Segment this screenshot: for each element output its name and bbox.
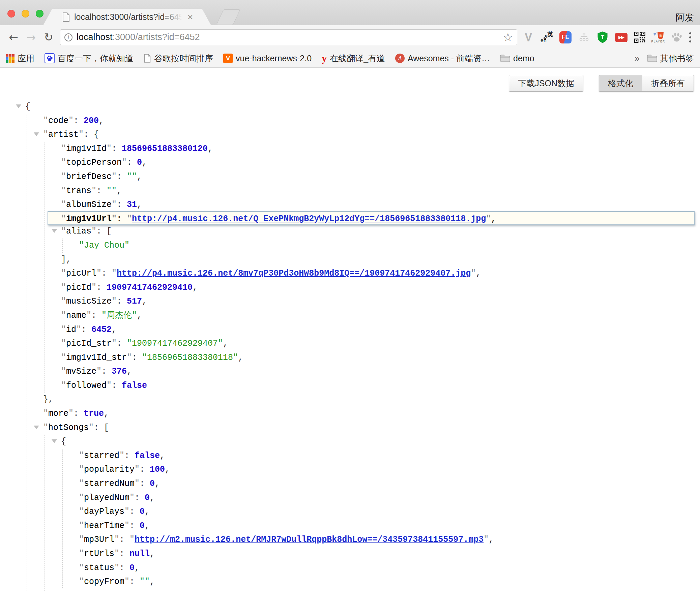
translate-extension-button[interactable]: 英en⇄: [541, 31, 553, 44]
back-button[interactable]: ←: [5, 32, 22, 43]
video-speed-icon: ▶▶: [615, 33, 628, 42]
collapse-all-button[interactable]: 折叠所有: [642, 75, 694, 92]
json-tree: {"code": 200,"artist": {"img1v1Id": 1856…: [0, 100, 700, 591]
json-line: "mp3Url": "http://m2.music.126.net/RMJR7…: [79, 533, 695, 547]
bookmark-star-icon[interactable]: ☆: [503, 31, 513, 44]
paw-extension-button[interactable]: [670, 31, 683, 44]
tampermonkey-icon: T: [597, 31, 608, 43]
bookmarks-bar: 应用百度一下，你就知道谷歌按时间排序Vvue-hackernews-2.0y在线…: [0, 49, 700, 68]
json-line: "id": 6452,: [61, 323, 695, 337]
json-block: "img1v1Id": 18569651883380120,"topicPers…: [45, 142, 695, 393]
json-line: "popularity": 100,: [79, 463, 695, 477]
json-line: "name": "周杰伦",: [61, 309, 695, 323]
json-line: {: [25, 100, 695, 114]
tab-title-fade: [162, 12, 185, 22]
tab-title-wrap: localhost:3000/artists?id=6452: [74, 12, 185, 22]
json-line: {: [61, 435, 695, 449]
json-block: {"starred": false,"popularity": 100,"sta…: [45, 435, 695, 591]
url-path: :3000/artists?id=6452: [113, 32, 200, 42]
bookmark-item-3[interactable]: 谷歌按时间排序: [144, 53, 213, 64]
json-line: "dayPlays": 0,: [79, 505, 695, 519]
bookmark-item-7[interactable]: demo: [500, 54, 534, 63]
browser-profile-name[interactable]: 阿发: [676, 11, 694, 24]
collapse-toggle-icon[interactable]: [34, 132, 39, 136]
close-window-button[interactable]: [7, 10, 15, 18]
download-json-button[interactable]: 下载JSON数据: [509, 75, 583, 92]
vue-devtools-extension-button[interactable]: V: [522, 31, 535, 44]
folder-icon: [500, 54, 510, 62]
bookmark-item-1[interactable]: 应用: [6, 53, 34, 64]
bookmark-label: 谷歌按时间排序: [154, 53, 213, 64]
window-title-bar: localhost:3000/artists?id=6452 × 阿发: [0, 0, 700, 25]
fullscreen-window-button[interactable]: [36, 10, 43, 18]
view-toggle-group: 格式化 折叠所有: [599, 75, 694, 92]
json-line: "img1v1Id_str": "18569651883380118",: [61, 351, 695, 365]
collapse-toggle-icon[interactable]: [16, 104, 21, 108]
bookmarks-overflow-icon[interactable]: »: [634, 53, 640, 64]
json-line: "mvSize": 376,: [61, 365, 695, 379]
collapse-toggle-icon[interactable]: [52, 439, 57, 443]
collapse-toggle-icon[interactable]: [52, 229, 57, 233]
bookmark-other-folder[interactable]: 其他书签: [647, 53, 694, 64]
baidu-paw-icon: [45, 53, 55, 63]
json-block: "Jay Chou": [62, 239, 695, 253]
json-line: "albumSize": 31,: [61, 198, 695, 212]
json-link[interactable]: http://m2.music.126.net/RMJR7wDullRqppBk…: [135, 535, 484, 545]
json-line: ],: [61, 253, 695, 267]
json-line: "code": 200,: [43, 114, 695, 128]
address-bar[interactable]: i localhost:3000/artists?id=6452 ☆: [60, 29, 517, 45]
bookmark-item-6[interactable]: AAwesomes - 前端资…: [395, 53, 490, 64]
json-link[interactable]: http://p4.music.126.net/8mv7qP30Pd3oHW8b…: [117, 269, 471, 278]
sitemap-icon: [579, 32, 589, 43]
html5-player-icon: 5PLAYER: [651, 32, 665, 43]
json-line: "more": true,: [43, 407, 695, 421]
url-text[interactable]: localhost:3000/artists?id=6452: [77, 32, 200, 42]
vue-v-icon: V: [223, 54, 233, 63]
json-link[interactable]: http://p4.music.126.net/Q_ExePNkmgB2yWyL…: [132, 214, 486, 224]
json-line: "trans": "",: [61, 184, 695, 198]
browser-toolbar: ← → ↻ i localhost:3000/artists?id=6452 ☆…: [0, 25, 700, 49]
tampermonkey-extension-button[interactable]: T: [596, 31, 609, 44]
json-block: "code": 200,"artist": {"img1v1Id": 18569…: [27, 114, 695, 591]
json-line: "followed": false: [61, 379, 695, 393]
json-line: "picId_str": "19097417462929407",: [61, 337, 695, 351]
json-line: "picId": 19097417462929410,: [61, 281, 695, 295]
format-button[interactable]: 格式化: [599, 75, 642, 92]
fe-extension-button[interactable]: FE: [559, 31, 572, 44]
json-line: "copyFrom": "",: [79, 575, 695, 589]
json-line: "alias": [: [61, 224, 695, 239]
paw-icon: [671, 32, 682, 43]
vue-devtools-icon: V: [525, 31, 532, 43]
json-line: "hotSongs": [: [43, 421, 695, 435]
folder-icon: [647, 54, 657, 62]
svg-text:5: 5: [659, 33, 662, 38]
translate-icon: 英en⇄: [541, 31, 553, 44]
video-speed-extension-button[interactable]: ▶▶: [615, 31, 628, 44]
bookmark-item-5[interactable]: y在线翻译_有道: [322, 53, 385, 64]
collapse-toggle-icon[interactable]: [34, 426, 39, 429]
chrome-menu-icon[interactable]: [685, 32, 695, 42]
new-tab-button[interactable]: [216, 9, 240, 25]
url-host: localhost: [77, 32, 113, 42]
page-doc-icon: [62, 12, 70, 22]
json-line: },: [43, 393, 695, 407]
reload-button[interactable]: ↻: [40, 32, 57, 43]
bookmark-item-2[interactable]: 百度一下，你就知道: [45, 53, 134, 64]
json-viewer-toolbar: 下载JSON数据 格式化 折叠所有: [0, 75, 694, 92]
page-content: 下载JSON数据 格式化 折叠所有 {"code": 200,"artist":…: [0, 75, 700, 591]
tab-close-icon[interactable]: ×: [187, 12, 193, 22]
site-info-icon[interactable]: i: [64, 33, 72, 41]
bookmark-label: 在线翻译_有道: [330, 53, 385, 64]
json-line: "musicSize": 517,: [61, 294, 695, 309]
bookmark-label: 其他书签: [660, 53, 694, 64]
apps-grid-icon: [6, 54, 14, 63]
json-line: "starred": false,: [79, 449, 695, 463]
awesomes-icon: A: [395, 54, 405, 63]
qrcode-extension-button[interactable]: [633, 31, 646, 44]
browser-tab[interactable]: localhost:3000/artists?id=6452 ×: [43, 9, 211, 25]
minimize-window-button[interactable]: [22, 10, 29, 18]
html5-player-extension-button[interactable]: 5PLAYER: [652, 31, 665, 44]
sitemap-extension-button[interactable]: [578, 31, 590, 44]
bookmark-item-4[interactable]: Vvue-hackernews-2.0: [223, 54, 312, 63]
extensions-row: V英en⇄FET▶▶5PLAYER: [522, 31, 683, 44]
